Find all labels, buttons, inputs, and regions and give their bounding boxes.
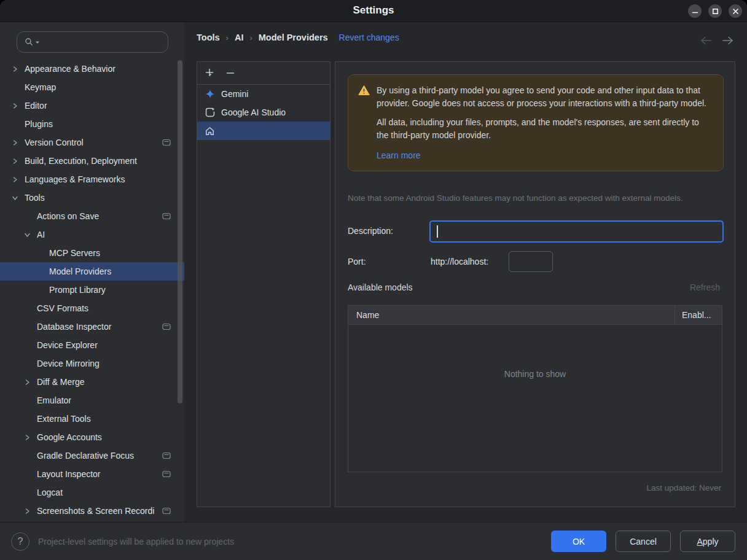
- available-models-label: Available models: [348, 282, 413, 292]
- help-button[interactable]: ?: [11, 532, 29, 551]
- sidebar-scrollbar[interactable]: [178, 60, 182, 403]
- close-button[interactable]: [729, 4, 742, 18]
- chevron-right-icon[interactable]: [9, 139, 21, 146]
- provider-item-google-ai-studio[interactable]: Google AI Studio: [197, 103, 330, 122]
- sidebar-item-screenshots-screen-recording[interactable]: Screenshots & Screen Recordi: [0, 502, 184, 520]
- history-nav: [699, 36, 735, 45]
- column-header-enabled[interactable]: Enabl...: [675, 306, 722, 324]
- window-title: Settings: [353, 4, 394, 17]
- chevron-right-icon[interactable]: [9, 176, 21, 183]
- settings-sidebar: Appearance & Behavior Keymap Editor Plug…: [0, 22, 184, 522]
- sidebar-item-editor[interactable]: Editor: [0, 96, 184, 115]
- sidebar-item-logcat[interactable]: Logcat: [0, 483, 184, 502]
- port-label: Port:: [348, 257, 366, 266]
- settings-tree: Appearance & Behavior Keymap Editor Plug…: [0, 60, 184, 520]
- chevron-right-icon[interactable]: [21, 434, 33, 441]
- chevron-right-icon[interactable]: [9, 66, 21, 72]
- third-party-warning-banner: By using a third-party model you agree t…: [348, 74, 724, 171]
- models-table: Name Enabl... Nothing to show: [348, 305, 722, 472]
- sidebar-item-model-providers[interactable]: Model Providers: [0, 262, 184, 281]
- sidebar-item-database-inspector[interactable]: Database Inspector: [0, 317, 184, 336]
- chevron-down-icon[interactable]: [21, 231, 33, 238]
- settings-dialog: Settings Appearance & Behavior Keymap: [0, 0, 747, 560]
- providers-panel: Gemini Google AI Studio: [197, 61, 330, 507]
- warning-icon: [358, 85, 370, 96]
- minimize-button[interactable]: [688, 4, 702, 18]
- remove-provider-button[interactable]: [225, 68, 235, 78]
- breadcrumb-tools[interactable]: Tools: [197, 33, 220, 42]
- sidebar-item-gradle-declarative-focus[interactable]: Gradle Declarative Focus: [0, 446, 184, 465]
- back-arrow-icon[interactable]: [699, 36, 713, 45]
- ok-button[interactable]: OK: [551, 531, 606, 552]
- project-settings-icon: [162, 139, 171, 146]
- search-icon: [25, 37, 34, 47]
- apply-button[interactable]: Apply: [680, 531, 735, 552]
- description-label: Description:: [348, 226, 393, 236]
- breadcrumb-separator: ›: [249, 33, 252, 42]
- sidebar-item-device-explorer[interactable]: Device Explorer: [0, 336, 184, 354]
- sidebar-item-device-mirroring[interactable]: Device Mirroring: [0, 354, 184, 373]
- sidebar-item-ai[interactable]: AI: [0, 225, 184, 244]
- chevron-right-icon[interactable]: [21, 508, 33, 515]
- port-input[interactable]: [509, 251, 553, 272]
- sidebar-item-mcp-servers[interactable]: MCP Servers: [0, 244, 184, 262]
- project-settings-icon: [162, 507, 171, 515]
- providers-toolbar: [197, 62, 330, 85]
- external-models-note: Note that some Android Studio features m…: [348, 193, 683, 203]
- minimize-icon: [692, 8, 698, 15]
- provider-item-local[interactable]: [197, 122, 330, 140]
- provider-item-gemini[interactable]: Gemini: [197, 85, 330, 103]
- empty-table-message: Nothing to show: [348, 369, 722, 379]
- sidebar-item-languages-frameworks[interactable]: Languages & Frameworks: [0, 170, 184, 189]
- sidebar-item-appearance-behavior[interactable]: Appearance & Behavior: [0, 60, 184, 78]
- home-icon: [205, 126, 215, 136]
- window-controls: [688, 4, 742, 18]
- sidebar-item-build-execution-deployment[interactable]: Build, Execution, Deployment: [0, 152, 184, 170]
- chevron-right-icon[interactable]: [9, 158, 21, 165]
- project-settings-icon: [162, 323, 171, 330]
- sidebar-item-version-control[interactable]: Version Control: [0, 133, 184, 152]
- sidebar-item-plugins[interactable]: Plugins: [0, 115, 184, 133]
- sidebar-item-actions-on-save[interactable]: Actions on Save: [0, 207, 184, 225]
- provider-config-panel: By using a third-party model you agree t…: [335, 61, 735, 507]
- dialog-footer: ? Project-level settings will be applied…: [0, 522, 747, 560]
- sidebar-item-keymap[interactable]: Keymap: [0, 78, 184, 96]
- settings-search-box[interactable]: [17, 31, 168, 53]
- learn-more-link[interactable]: Learn more: [377, 149, 421, 162]
- refresh-button[interactable]: Refresh: [690, 282, 720, 292]
- chevron-down-icon[interactable]: [9, 195, 21, 201]
- ai-studio-icon: [205, 107, 216, 118]
- chevron-right-icon[interactable]: [21, 379, 33, 386]
- cancel-button[interactable]: Cancel: [616, 531, 671, 552]
- search-options-caret-icon: [35, 41, 40, 44]
- topbar: Tools › AI › Model Providers Revert chan…: [184, 22, 747, 61]
- maximize-button[interactable]: [708, 4, 722, 18]
- warning-text: By using a third-party model you agree t…: [377, 84, 713, 162]
- last-updated-label: Last updated: Never: [646, 483, 721, 492]
- gemini-icon: [205, 88, 216, 99]
- maximize-icon: [712, 8, 719, 15]
- sidebar-item-tools[interactable]: Tools: [0, 189, 184, 207]
- sidebar-item-emulator[interactable]: Emulator: [0, 391, 184, 410]
- port-prefix: http://localhost:: [431, 257, 488, 266]
- sidebar-item-csv-formats[interactable]: CSV Formats: [0, 299, 184, 317]
- description-input[interactable]: [429, 220, 724, 243]
- sidebar-item-prompt-library[interactable]: Prompt Library: [0, 281, 184, 299]
- column-header-name[interactable]: Name: [348, 310, 675, 320]
- breadcrumb: Tools › AI › Model Providers Revert chan…: [197, 33, 399, 42]
- titlebar: Settings: [0, 0, 747, 22]
- revert-changes-link[interactable]: Revert changes: [339, 33, 399, 42]
- sidebar-item-external-tools[interactable]: External Tools: [0, 410, 184, 428]
- footer-hint: Project-level settings will be applied t…: [38, 537, 234, 546]
- project-settings-icon: [162, 452, 171, 459]
- breadcrumb-model-providers[interactable]: Model Providers: [259, 33, 328, 42]
- sidebar-item-layout-inspector[interactable]: Layout Inspector: [0, 465, 184, 483]
- sidebar-item-diff-merge[interactable]: Diff & Merge: [0, 373, 184, 391]
- breadcrumb-ai[interactable]: AI: [235, 33, 244, 42]
- forward-arrow-icon[interactable]: [721, 36, 735, 45]
- breadcrumb-separator: ›: [226, 33, 229, 42]
- add-provider-button[interactable]: [205, 68, 216, 79]
- sidebar-item-google-accounts[interactable]: Google Accounts: [0, 428, 184, 446]
- project-settings-icon: [162, 470, 171, 478]
- chevron-right-icon[interactable]: [9, 103, 21, 109]
